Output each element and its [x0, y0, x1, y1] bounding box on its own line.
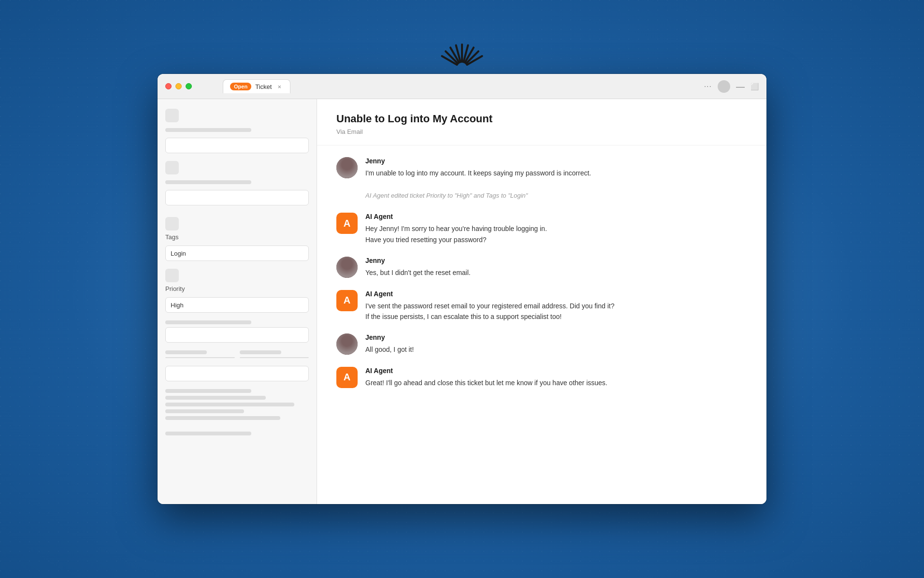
chat-area: Jenny I'm unable to log into my account.…: [317, 145, 766, 504]
svg-point-0: [336, 157, 358, 178]
svg-point-4: [343, 261, 351, 269]
sidebar-skeleton-3: [165, 320, 309, 324]
priority-field-group: Priority: [165, 269, 309, 313]
skeleton-bar-bottom: [165, 432, 251, 435]
sidebar-nav-icon-2[interactable]: [165, 161, 179, 174]
jenny-avatar-img-3: [336, 333, 358, 355]
message-content-ai-2: AI Agent I've sent the password reset em…: [365, 290, 747, 322]
ticket-header: Unable to Log into My Account Via Email: [317, 99, 766, 145]
more-options-button[interactable]: ···: [704, 82, 712, 91]
sidebar: Tags Priority: [158, 99, 317, 504]
tags-label: Tags: [165, 233, 309, 241]
skeleton-bar: [165, 389, 251, 393]
message-text-jenny-2: Yes, but I didn't get the reset email.: [365, 267, 747, 278]
message-jenny-1: Jenny I'm unable to log into my account.…: [336, 157, 747, 178]
sidebar-nav-icon-4[interactable]: [165, 269, 179, 282]
traffic-lights: [165, 83, 192, 89]
sunburst-decoration: [414, 10, 510, 68]
titlebar: Open Ticket × ··· — ⬜: [158, 74, 766, 99]
app-window: Open Ticket × ··· — ⬜: [158, 74, 766, 504]
sidebar-input-3[interactable]: [165, 327, 309, 343]
sidebar-small-input-2[interactable]: [240, 357, 309, 358]
avatar-jenny-1: [336, 157, 358, 178]
sidebar-nav-row-4: [165, 269, 309, 282]
message-text-ai-3: Great! I'll go ahead and close this tick…: [365, 377, 747, 388]
sender-ai-3: AI Agent: [365, 367, 747, 375]
jenny-avatar-img-2: [336, 257, 358, 278]
message-content-ai-3: AI Agent Great! I'll go ahead and close …: [365, 367, 747, 388]
skeleton-bar: [240, 350, 281, 354]
sender-jenny-2: Jenny: [365, 257, 747, 264]
message-text-jenny-3: All good, I got it!: [365, 344, 747, 355]
sender-jenny-3: Jenny: [365, 333, 747, 341]
tab-title: Ticket: [255, 83, 272, 90]
close-button[interactable]: [165, 83, 172, 89]
svg-point-1: [343, 162, 351, 170]
sidebar-skeleton-2: [165, 180, 309, 184]
open-badge: Open: [230, 83, 251, 90]
skeleton-bar: [165, 320, 251, 324]
sidebar-skeleton-bottom: [165, 389, 309, 420]
message-ai-3: A AI Agent Great! I'll go ahead and clos…: [336, 367, 747, 388]
skeleton-bar: [165, 350, 207, 354]
maximize-button[interactable]: [186, 83, 192, 89]
avatar-ai-3: A: [336, 367, 358, 388]
minimize-button[interactable]: [175, 83, 182, 89]
ticket-via: Via Email: [336, 128, 747, 135]
sender-ai-1: AI Agent: [365, 213, 747, 220]
titlebar-controls: ··· — ⬜: [704, 80, 759, 93]
svg-point-7: [343, 338, 351, 346]
sender-ai-2: AI Agent: [365, 290, 747, 298]
sidebar-input-1[interactable]: [165, 138, 309, 153]
priority-input[interactable]: [165, 297, 309, 313]
sidebar-extra-1: [165, 320, 309, 343]
message-content-ai-1: AI Agent Hey Jenny! I'm sorry to hear yo…: [365, 213, 747, 245]
sidebar-two-col-group: [165, 350, 309, 358]
tags-input[interactable]: [165, 246, 309, 261]
sidebar-extra-2: [165, 366, 309, 381]
skeleton-bar: [165, 128, 251, 132]
ticket-tab[interactable]: Open Ticket ×: [223, 79, 290, 93]
svg-point-2: [341, 172, 353, 178]
message-text-ai-2: I've sent the password reset email to yo…: [365, 301, 747, 322]
main-content: Tags Priority: [158, 99, 766, 504]
message-jenny-3: Jenny All good, I got it!: [336, 333, 747, 355]
sidebar-nav: [165, 109, 309, 205]
svg-point-6: [336, 333, 358, 355]
skeleton-bar: [165, 180, 251, 184]
avatar-ai-1: A: [336, 213, 358, 234]
sender-jenny-1: Jenny: [365, 157, 747, 165]
svg-point-8: [341, 348, 353, 355]
sidebar-skeleton-col-2: [240, 350, 309, 358]
sidebar-nav-icon-3[interactable]: [165, 217, 179, 231]
sidebar-nav-icon-1[interactable]: [165, 109, 179, 122]
sidebar-nav-row-1: [165, 109, 309, 122]
svg-point-3: [336, 257, 358, 278]
message-content-jenny-3: Jenny All good, I got it!: [365, 333, 747, 355]
sidebar-small-input-1[interactable]: [165, 357, 235, 358]
sidebar-input-4[interactable]: [165, 366, 309, 381]
jenny-avatar-img: [336, 157, 358, 178]
window-expand-button[interactable]: ⬜: [751, 83, 759, 90]
message-content-jenny-1: Jenny I'm unable to log into my account.…: [365, 157, 747, 178]
sidebar-bottom-bars: [165, 428, 309, 435]
avatar-jenny-2: [336, 257, 358, 278]
user-avatar-button[interactable]: [718, 80, 730, 93]
avatar-jenny-3: [336, 333, 358, 355]
ticket-panel: Unable to Log into My Account Via Email: [317, 99, 766, 504]
message-ai-1: A AI Agent Hey Jenny! I'm sorry to hear …: [336, 213, 747, 245]
window-minimize-button[interactable]: —: [736, 82, 745, 91]
skeleton-line-1: [165, 396, 266, 400]
skeleton-line-4: [165, 416, 280, 420]
priority-label: Priority: [165, 285, 309, 292]
sidebar-nav-row-3: [165, 217, 309, 231]
message-text-ai-1: Hey Jenny! I'm sorry to hear you're havi…: [365, 223, 747, 245]
message-content-jenny-2: Jenny Yes, but I didn't get the reset em…: [365, 257, 747, 278]
tab-close-button[interactable]: ×: [275, 83, 283, 90]
skeleton-line-2: [165, 403, 294, 406]
tags-field-group: Tags: [165, 217, 309, 261]
sidebar-skeleton-1: [165, 128, 309, 132]
sidebar-input-2[interactable]: [165, 190, 309, 205]
ticket-title: Unable to Log into My Account: [336, 113, 747, 125]
system-note: AI Agent edited ticket Priority to "High…: [365, 190, 747, 201]
